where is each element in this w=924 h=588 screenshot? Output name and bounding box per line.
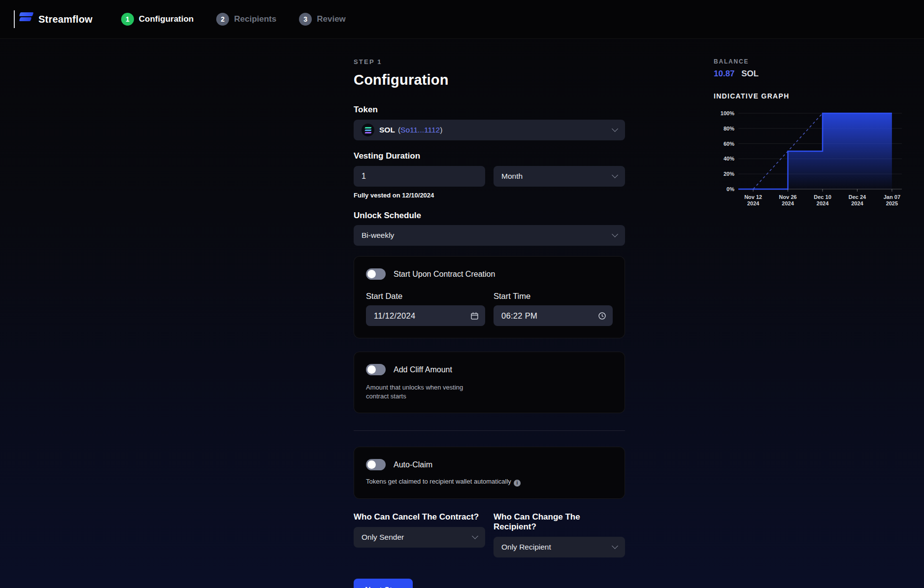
flagpole-icon: [14, 10, 15, 28]
balance-label: BALANCE: [714, 58, 917, 65]
svg-text:60%: 60%: [724, 141, 734, 147]
token-address: So11...1112: [400, 126, 440, 134]
next-step-button[interactable]: Next Step: [354, 579, 413, 588]
token-select[interactable]: SOL ( So11...1112 ): [354, 120, 625, 140]
unlock-schedule-value: Bi-weekly: [362, 231, 394, 240]
svg-text:20%: 20%: [724, 171, 734, 177]
top-nav: Streamflow 1 Configuration 2 Recipients …: [0, 0, 924, 39]
chevron-down-icon: [612, 231, 618, 237]
start-upon-creation-label: Start Upon Contract Creation: [394, 270, 495, 279]
step-3-badge: 3: [299, 13, 312, 26]
token-paren-close: ): [440, 126, 442, 134]
recipient-permission-select[interactable]: Only Recipient: [494, 537, 625, 557]
svg-text:Jan 072025: Jan 072025: [884, 194, 900, 206]
step-2-label: Recipients: [234, 14, 276, 24]
summary-sidebar: BALANCE 10.87 SOL INDICATIVE GRAPH 0%20%…: [714, 58, 917, 214]
start-time-input[interactable]: 06:22 PM: [494, 305, 613, 326]
chevron-down-icon: [612, 543, 618, 550]
chevron-down-icon: [612, 126, 618, 132]
solana-token-icon: [362, 124, 374, 136]
svg-text:0%: 0%: [726, 186, 734, 192]
nav-step-configuration[interactable]: 1 Configuration: [121, 13, 194, 26]
svg-text:Nov 262024: Nov 262024: [779, 194, 797, 206]
indicative-graph-label: INDICATIVE GRAPH: [714, 92, 917, 100]
auto-claim-description-text: Tokens get claimed to recipient wallet a…: [366, 478, 511, 485]
balance-value: 10.87: [714, 69, 735, 78]
svg-text:Dec 242024: Dec 242024: [849, 194, 866, 206]
balance-row: 10.87 SOL: [714, 69, 917, 79]
add-cliff-label: Add Cliff Amount: [394, 365, 452, 374]
svg-text:100%: 100%: [721, 110, 734, 116]
unlock-schedule-label: Unlock Schedule: [354, 211, 625, 221]
auto-claim-label: Auto-Claim: [394, 460, 432, 469]
cancel-permission-label: Who Can Cancel The Contract?: [354, 512, 485, 522]
recipient-permission-value: Only Recipient: [501, 543, 551, 552]
start-date-input[interactable]: 11/12/2024: [366, 305, 485, 326]
step-3-label: Review: [317, 14, 346, 24]
recipient-permission-label: Who Can Change The Recipient?: [494, 512, 625, 532]
fully-vested-note: Fully vested on 12/10/2024: [354, 192, 625, 199]
token-label: Token: [354, 105, 625, 115]
step-1-badge: 1: [121, 13, 134, 26]
vesting-duration-input[interactable]: [354, 166, 485, 187]
step-2-badge: 2: [216, 13, 229, 26]
calendar-icon[interactable]: [470, 312, 479, 320]
auto-claim-toggle[interactable]: [366, 459, 386, 470]
chevron-down-icon: [612, 172, 618, 178]
nav-step-review[interactable]: 3 Review: [299, 13, 346, 26]
balance-unit: SOL: [741, 69, 759, 78]
vesting-duration-label: Vesting Duration: [354, 151, 625, 161]
vesting-unit-select[interactable]: Month: [494, 166, 625, 187]
info-icon[interactable]: i: [514, 480, 521, 487]
auto-claim-description: Tokens get claimed to recipient wallet a…: [366, 477, 613, 487]
cancel-permission-select[interactable]: Only Sender: [354, 527, 485, 548]
start-time-label: Start Time: [494, 292, 613, 301]
add-cliff-toggle[interactable]: [366, 364, 386, 375]
svg-text:80%: 80%: [724, 126, 734, 131]
section-divider: [354, 430, 625, 431]
indicative-graph: 0%20%40%60%80%100%Nov 122024Nov 262024De…: [714, 106, 917, 214]
cliff-description: Amount that unlocks when vesting contrac…: [366, 383, 477, 401]
svg-text:Nov 122024: Nov 122024: [744, 194, 762, 206]
nav-step-recipients[interactable]: 2 Recipients: [216, 13, 276, 26]
chevron-down-icon: [472, 533, 478, 540]
clock-icon[interactable]: [598, 312, 606, 320]
indicative-graph-svg: 0%20%40%60%80%100%Nov 122024Nov 262024De…: [714, 106, 911, 212]
vesting-unit-value: Month: [501, 172, 523, 181]
start-upon-creation-toggle[interactable]: [366, 268, 386, 280]
step-eyebrow: STEP 1: [354, 58, 625, 65]
cancel-permission-value: Only Sender: [362, 533, 404, 542]
step-1-label: Configuration: [139, 14, 194, 24]
brand-name: Streamflow: [38, 14, 93, 25]
start-settings-card: Start Upon Contract Creation Start Date …: [354, 256, 625, 338]
start-date-value: 11/12/2024: [374, 311, 415, 321]
streamflow-flag-icon: [19, 12, 34, 27]
cliff-amount-card: Add Cliff Amount Amount that unlocks whe…: [354, 352, 625, 413]
wizard-steps: 1 Configuration 2 Recipients 3 Review: [121, 13, 346, 26]
auto-claim-card: Auto-Claim Tokens get claimed to recipie…: [354, 447, 625, 499]
svg-text:Dec 102024: Dec 102024: [814, 194, 831, 206]
brand-logo[interactable]: Streamflow: [14, 10, 93, 28]
page-title: Configuration: [354, 72, 625, 88]
svg-text:40%: 40%: [724, 156, 734, 162]
unlock-schedule-select[interactable]: Bi-weekly: [354, 225, 625, 246]
token-symbol: SOL: [379, 126, 395, 134]
configuration-form: STEP 1 Configuration Token SOL ( So11...…: [354, 58, 625, 588]
start-date-label: Start Date: [366, 292, 485, 301]
start-time-value: 06:22 PM: [501, 311, 537, 321]
